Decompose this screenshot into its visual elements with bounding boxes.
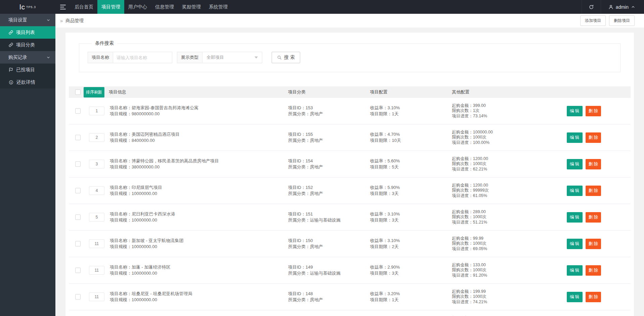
- breadcrumb: » 商品管理: [60, 18, 84, 24]
- table-body: 项目名称：碧海家园-泰国普吉岛邦涛海滩公寓 项目规模：980000000.00 …: [69, 98, 631, 316]
- refresh-button[interactable]: [582, 0, 601, 14]
- project-id-value: 153: [306, 105, 313, 110]
- field-label: 限购次数：: [452, 188, 473, 193]
- field-label: 项目规模：: [110, 164, 132, 169]
- field-label: 项目期限：: [370, 111, 392, 116]
- project-scale-value: 10000000.00: [132, 244, 157, 249]
- delete-button[interactable]: 删 除: [586, 212, 601, 223]
- nav-item[interactable]: 用户中心: [124, 0, 151, 14]
- column-header-info: 项目信息: [109, 89, 126, 95]
- field-label: 所属分类：: [288, 218, 310, 223]
- row-checkbox[interactable]: [75, 108, 81, 114]
- edit-button[interactable]: 编 辑: [567, 212, 582, 223]
- project-min-amount-value: 1200.00: [473, 183, 488, 188]
- nav-menu: 后台首页项目管理用户中心信息管理奖励管理系统管理: [71, 0, 232, 14]
- nav-item[interactable]: 奖励管理: [178, 0, 205, 14]
- chevron-down-icon: [46, 55, 50, 60]
- nav-item[interactable]: 系统管理: [205, 0, 232, 14]
- project-min-amount-value: 1200.00: [473, 156, 488, 161]
- edit-button[interactable]: 编 辑: [567, 292, 582, 302]
- delete-button[interactable]: 删 除: [586, 186, 601, 196]
- field-label: 项目进度：: [452, 193, 473, 198]
- sort-order-input[interactable]: [89, 133, 104, 142]
- row-checkbox[interactable]: [75, 241, 81, 246]
- sort-order-input[interactable]: [89, 186, 104, 195]
- sidebar-item[interactable]: 项目列表: [0, 26, 55, 39]
- project-category-value: 房地产: [310, 297, 323, 302]
- edit-button[interactable]: 编 辑: [567, 265, 582, 276]
- sidebar-group[interactable]: 项目设置: [0, 14, 55, 26]
- add-project-button[interactable]: 添加项目: [580, 15, 606, 26]
- column-header-other: 其他配置: [452, 89, 537, 95]
- nav-item[interactable]: 项目管理: [97, 0, 124, 14]
- main-content: » 商品管理 添加项目 删除项目 条件搜索 项目名称 展示类型 全部项目: [55, 14, 644, 316]
- delete-button[interactable]: 删 除: [586, 159, 601, 169]
- project-category-value: 运输与基础设施: [310, 271, 340, 276]
- nav-item[interactable]: 信息管理: [151, 0, 178, 14]
- project-name-value: 印尼煤层气项目: [132, 185, 162, 190]
- field-label: 起购金额：: [452, 263, 473, 267]
- field-label: 收益率：: [370, 105, 387, 110]
- edit-button[interactable]: 编 辑: [567, 106, 582, 116]
- sort-order-input[interactable]: [89, 292, 104, 301]
- field-label: 项目规模：: [110, 191, 132, 196]
- field-label: 项目ID：: [288, 132, 306, 137]
- caret-down-icon: [255, 56, 258, 58]
- project-name-input[interactable]: [113, 52, 172, 63]
- sort-refresh-button[interactable]: 排序刷新: [84, 87, 104, 97]
- field-label: 起购金额：: [452, 156, 473, 161]
- delete-button[interactable]: 删 除: [586, 239, 601, 249]
- delete-button[interactable]: 删 除: [586, 106, 601, 116]
- sort-order-input[interactable]: [89, 107, 104, 115]
- sidebar-group[interactable]: 购买记录: [0, 51, 55, 64]
- sidebar-item[interactable]: $还款详情: [0, 76, 55, 88]
- row-checkbox[interactable]: [75, 135, 81, 140]
- search-icon: [277, 55, 282, 60]
- row-checkbox[interactable]: [75, 214, 81, 220]
- delete-button[interactable]: 删 除: [586, 292, 601, 302]
- menu-toggle-icon[interactable]: [55, 0, 71, 14]
- sidebar-item-label: 项目列表: [16, 30, 35, 36]
- field-label: 项目进度：: [452, 140, 473, 145]
- field-label: 所属分类：: [288, 111, 310, 116]
- edit-button[interactable]: 编 辑: [567, 186, 582, 196]
- project-category-value: 房地产: [310, 164, 323, 169]
- table-row: 项目名称：印尼煤层气项目 项目规模：10000000.00 项目ID：152 所…: [69, 177, 631, 204]
- field-label: 项目期限：: [370, 191, 392, 196]
- project-min-amount-value: 289.00: [473, 209, 486, 214]
- select-all-checkbox[interactable]: [75, 89, 81, 95]
- field-label: 限购次数：: [452, 294, 473, 299]
- nav-item[interactable]: 后台首页: [71, 0, 97, 14]
- row-checkbox[interactable]: [75, 188, 81, 193]
- user-menu[interactable]: admin: [601, 0, 644, 14]
- sort-order-input[interactable]: [89, 239, 104, 248]
- project-category-value: 房地产: [310, 111, 323, 116]
- row-checkbox[interactable]: [75, 161, 81, 167]
- flag-icon: [9, 68, 13, 72]
- table-row: 项目名称：博蒙特公园，移民圣基茨的高品质房地产项目 项目规模：380000000…: [69, 151, 631, 177]
- field-label: 项目ID：: [288, 265, 306, 270]
- sidebar-item-label: 项目设置: [8, 17, 27, 23]
- sort-order-input[interactable]: [89, 266, 104, 275]
- project-scale-value: 10000000.00: [132, 191, 157, 196]
- delete-button[interactable]: 删 除: [586, 265, 601, 276]
- edit-button[interactable]: 编 辑: [567, 239, 582, 249]
- project-category-value: 房地产: [310, 138, 323, 143]
- sidebar-item[interactable]: 项目分类: [0, 39, 55, 51]
- field-label: 所属分类：: [288, 244, 310, 249]
- delete-project-button[interactable]: 删除项目: [609, 15, 635, 26]
- sort-order-input[interactable]: [89, 213, 104, 222]
- sort-order-input[interactable]: [89, 160, 104, 168]
- edit-button[interactable]: 编 辑: [567, 132, 582, 143]
- row-checkbox[interactable]: [75, 294, 81, 300]
- row-checkbox[interactable]: [75, 268, 81, 273]
- search-button[interactable]: 搜 索: [272, 52, 300, 63]
- sidebar-item[interactable]: 已投项目: [0, 64, 55, 76]
- project-limit-value: 99999次: [473, 188, 489, 193]
- column-header-config: 项目配置: [370, 89, 452, 95]
- edit-button[interactable]: 编 辑: [567, 159, 582, 169]
- search-button-label: 搜 索: [284, 54, 295, 61]
- delete-button[interactable]: 删 除: [586, 132, 601, 143]
- display-type-select[interactable]: 全部项目: [202, 52, 262, 63]
- project-min-amount-value: 99.99: [473, 236, 484, 241]
